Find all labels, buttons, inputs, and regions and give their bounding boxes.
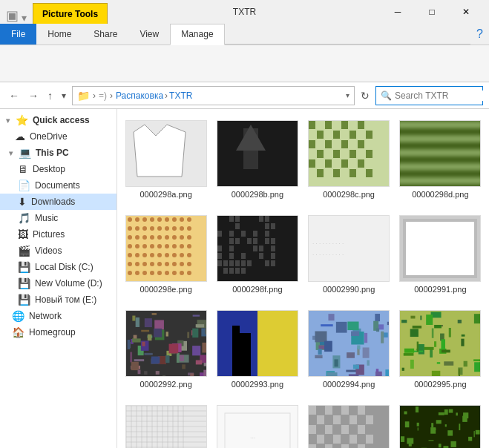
file-item[interactable]: 00000298d.png: [398, 115, 483, 204]
title-tabs: ▣ ▾ Picture Tools: [6, 0, 381, 24]
search-box[interactable]: 🔍: [375, 86, 483, 105]
file-name: 00002992.png: [140, 380, 191, 389]
sidebar-item-homegroup[interactable]: 🏠 Homegroup: [0, 324, 116, 340]
file-name: 00000298d.png: [412, 190, 468, 199]
sidebar-item-novyi-tom-e[interactable]: 💾 Новый том (E:): [0, 291, 116, 308]
file-item[interactable]: 00002991.png: [398, 210, 483, 299]
ribbon-tabs: File Home Share View Manage ?: [0, 24, 489, 45]
arrow-icon: ›: [93, 90, 96, 101]
file-item[interactable]: 0000298e.png: [123, 210, 209, 299]
sidebar-item-network[interactable]: 🌐 Network: [0, 308, 116, 324]
sidebar-item-new-volume-d[interactable]: 💾 New Volume (D:): [0, 275, 116, 291]
file-thumbnail: [217, 215, 298, 282]
sidebar-label: Новый том (E:): [35, 294, 96, 305]
file-thumbnail: [125, 405, 207, 448]
search-input[interactable]: [395, 90, 489, 101]
pc-icon: 💻: [19, 147, 31, 159]
sidebar-label: Pictures: [33, 229, 65, 240]
file-thumbnail: [399, 215, 481, 282]
file-item[interactable]: 00002995.png: [398, 305, 483, 394]
address-field[interactable]: 📁 › =) › Распаковка › TXTR ▾: [72, 86, 355, 105]
more-icon: =): [99, 90, 107, 101]
homegroup-icon: 🏠: [12, 326, 24, 338]
recent-locations-button[interactable]: ▾: [59, 89, 69, 102]
file-item[interactable]: 00002998.png: [306, 400, 392, 448]
sidebar-item-desktop[interactable]: 🖥 Desktop: [0, 161, 116, 177]
expand-icon: ▾: [6, 116, 10, 125]
tab-view[interactable]: View: [128, 24, 170, 45]
forward-button[interactable]: →: [25, 88, 42, 103]
file-item[interactable]: 00002996.png: [123, 400, 209, 448]
file-item[interactable]: 00002992.png: [123, 305, 209, 394]
sidebar-item-onedrive[interactable]: ☁ OneDrive: [0, 128, 116, 145]
main-layout: ▾ ⭐ Quick access ☁ OneDrive ▾ 💻 This PC …: [0, 109, 489, 448]
sidebar-label: Quick access: [33, 115, 90, 125]
back-button[interactable]: ←: [6, 88, 22, 103]
file-thumbnail: [308, 215, 390, 282]
file-item[interactable]: 0000298a.png: [123, 115, 209, 204]
network-icon: 🌐: [12, 310, 24, 322]
sidebar-item-documents[interactable]: 📄 Documents: [0, 177, 116, 194]
sidebar-label: Local Disk (C:): [35, 262, 93, 272]
music-icon: 🎵: [18, 212, 30, 224]
down-arrow-icon[interactable]: ▾: [22, 12, 27, 24]
tab-manage[interactable]: Manage: [170, 24, 224, 45]
sidebar-item-videos[interactable]: 🎬 Videos: [0, 243, 116, 259]
file-item[interactable]: 0000298f.png: [214, 210, 300, 299]
file-area: 0000298a.png0000298b.png0000298c.png0000…: [117, 109, 489, 448]
folder-icon: 📁: [77, 90, 90, 102]
picture-tools-tab[interactable]: Picture Tools: [33, 3, 108, 24]
up-button[interactable]: ↑: [45, 88, 56, 103]
address-dropdown-icon[interactable]: ▾: [346, 91, 349, 99]
file-thumbnail: [217, 405, 298, 448]
file-item[interactable]: 0000298c.png: [306, 115, 392, 204]
crumb-raspakovka[interactable]: Распаковка: [116, 90, 163, 101]
file-thumbnail: [125, 310, 207, 377]
file-name: 00002993.png: [232, 380, 283, 389]
file-item[interactable]: 00002999.png: [398, 400, 483, 448]
sidebar-item-music[interactable]: 🎵 Music: [0, 210, 116, 226]
sidebar-label: Music: [35, 213, 58, 223]
disk-d-icon: 💾: [18, 277, 30, 289]
tab-home[interactable]: Home: [36, 24, 82, 45]
sidebar-item-quick-access[interactable]: ▾ ⭐ Quick access: [0, 112, 116, 128]
sidebar-label: Desktop: [33, 164, 65, 174]
file-item[interactable]: 00002994.png: [306, 305, 392, 394]
file-thumbnail: [399, 310, 481, 377]
tab-file[interactable]: File: [0, 24, 36, 45]
sidebar-item-downloads[interactable]: ⬇ Downloads: [0, 194, 116, 210]
disk-e-icon: 💾: [18, 294, 30, 306]
help-button[interactable]: ?: [470, 24, 489, 45]
close-button[interactable]: ✕: [449, 0, 483, 24]
tab-spacer: [225, 24, 471, 45]
breadcrumb: 📁 › =) › Распаковка › TXTR: [77, 90, 346, 102]
file-item[interactable]: 00002997.png: [214, 400, 300, 448]
file-thumbnail: [308, 120, 390, 187]
file-thumbnail: [217, 310, 298, 377]
file-item[interactable]: 00002990.png: [306, 210, 392, 299]
sidebar-label: Documents: [35, 180, 80, 191]
sidebar-label: Videos: [35, 246, 62, 256]
sidebar: ▾ ⭐ Quick access ☁ OneDrive ▾ 💻 This PC …: [0, 109, 117, 448]
file-name: 00002995.png: [414, 380, 466, 389]
minimize-button[interactable]: ─: [381, 0, 415, 24]
file-item[interactable]: 00002993.png: [214, 305, 300, 394]
sidebar-item-pictures[interactable]: 🖼 Pictures: [0, 226, 116, 243]
title-bar: ▣ ▾ Picture Tools TXTR ─ □ ✕: [0, 0, 489, 24]
maximize-button[interactable]: □: [415, 0, 449, 24]
tab-share[interactable]: Share: [82, 24, 128, 45]
file-grid: 0000298a.png0000298b.png0000298c.png0000…: [123, 115, 483, 448]
crumb-sep: ›: [165, 90, 168, 101]
refresh-button[interactable]: ↻: [358, 88, 373, 103]
file-item[interactable]: 0000298b.png: [214, 115, 300, 204]
file-name: 0000298e.png: [140, 285, 191, 294]
sidebar-label: OneDrive: [30, 131, 68, 142]
sidebar-label: Network: [29, 311, 62, 321]
sep-icon: ›: [110, 90, 113, 101]
sidebar-item-local-disk-c[interactable]: 💾 Local Disk (C:): [0, 259, 116, 275]
expand-icon: ▾: [9, 149, 13, 157]
file-thumbnail: [399, 405, 481, 448]
videos-icon: 🎬: [18, 245, 30, 257]
crumb-txtr[interactable]: TXTR: [169, 90, 192, 101]
sidebar-item-thispc[interactable]: ▾ 💻 This PC: [0, 145, 116, 161]
